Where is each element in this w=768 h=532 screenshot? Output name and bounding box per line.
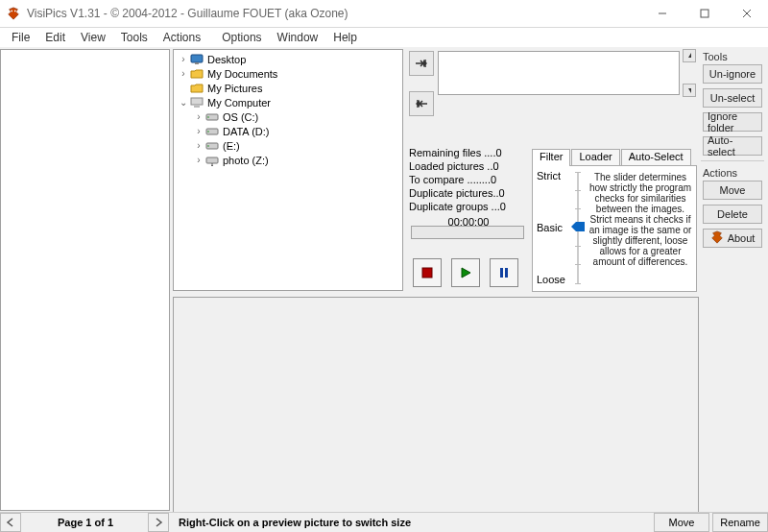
tree-item-label: Desktop: [207, 54, 246, 65]
tab-loader[interactable]: Loader: [571, 149, 619, 166]
svg-rect-19: [500, 268, 503, 278]
selected-folders-list[interactable]: [438, 51, 680, 95]
filter-basic-label: Basic: [537, 222, 569, 233]
svg-point-15: [207, 145, 209, 147]
maximize-button[interactable]: [684, 0, 726, 27]
computer-icon: [189, 96, 204, 109]
right-column: Tools Un-ignore Un-select Ignore folder …: [701, 49, 764, 511]
tree-item[interactable]: ⌄My Computer: [178, 95, 398, 109]
unselect-button[interactable]: Un-select: [703, 88, 762, 108]
stat-compare: To compare ........0: [409, 174, 528, 187]
prev-page-button[interactable]: [0, 513, 21, 532]
tree-expander-icon[interactable]: ›: [193, 111, 204, 122]
tree-item[interactable]: ›My Documents: [178, 66, 398, 81]
tree-item-label: OS (C:): [223, 111, 258, 123]
svg-point-1: [14, 11, 16, 12]
settings-tabstrip: Filter Loader Auto-Select: [532, 149, 695, 166]
svg-rect-20: [505, 268, 508, 278]
about-label: About: [728, 232, 756, 244]
menu-tools[interactable]: Tools: [113, 29, 156, 46]
statusbar-move-button[interactable]: Move: [654, 513, 709, 532]
add-folder-button[interactable]: [409, 51, 434, 76]
minimize-button[interactable]: [641, 0, 684, 27]
svg-rect-6: [191, 55, 203, 62]
tree-expander-icon[interactable]: ›: [178, 68, 189, 79]
tree-expander-icon[interactable]: ›: [193, 126, 204, 136]
tree-item-label: DATA (D:): [223, 126, 269, 137]
desktop-icon: [189, 53, 204, 66]
status-bar: Page 1 of 1 Right-Click on a preview pic…: [0, 512, 768, 532]
pause-button[interactable]: [490, 258, 518, 287]
move-button[interactable]: Move: [703, 181, 762, 200]
menu-bar: File Edit View Tools Actions Options Win…: [0, 28, 768, 48]
thumbnail-strip: [0, 49, 170, 511]
stop-button[interactable]: [413, 258, 442, 287]
menu-view[interactable]: View: [73, 29, 113, 46]
svg-point-11: [207, 116, 209, 118]
page-indicator: Page 1 of 1: [23, 517, 148, 528]
actions-heading: Actions: [703, 167, 764, 179]
filter-panel: Strict Basic Loose The slider determines…: [532, 165, 697, 292]
tree-item[interactable]: ›DATA (D:): [178, 124, 398, 138]
status-hint: Right-Click on a preview picture to swit…: [179, 517, 651, 528]
svg-rect-7: [195, 62, 199, 64]
svg-rect-3: [701, 10, 708, 17]
tab-autoselect[interactable]: Auto-Select: [621, 149, 691, 166]
filter-slider[interactable]: [571, 172, 585, 283]
menu-window[interactable]: Window: [270, 29, 326, 46]
tree-item-label: My Computer: [207, 97, 271, 109]
folder-icon: [189, 67, 204, 81]
filter-strict-label: Strict: [537, 170, 569, 181]
play-button[interactable]: [451, 258, 480, 287]
svg-point-17: [211, 165, 213, 166]
statusbar-rename-button[interactable]: Rename: [712, 513, 768, 532]
preview-area[interactable]: [173, 297, 699, 513]
tree-item[interactable]: My Pictures: [178, 81, 398, 95]
add-remove-arrows: [409, 51, 436, 143]
stat-dup-pictures: Duplicate pictures..0: [409, 187, 528, 201]
about-button[interactable]: About: [703, 229, 762, 248]
tree-item-label: My Documents: [207, 68, 277, 80]
disk-icon: [204, 139, 220, 153]
tree-item[interactable]: ›(E:): [178, 138, 398, 153]
list-move-down-button[interactable]: [683, 84, 696, 97]
stat-dup-groups: Duplicate groups ...0: [409, 201, 528, 214]
remove-folder-button[interactable]: [409, 91, 434, 116]
disk-icon: [204, 125, 220, 138]
title-bar: VisiPics V1.31 - © 2004-2012 - Guillaume…: [0, 0, 768, 28]
tree-item[interactable]: ›photo (Z:): [178, 153, 398, 167]
close-button[interactable]: [726, 0, 768, 27]
ignore-folder-button[interactable]: Ignore folder: [703, 112, 762, 132]
tree-expander-icon[interactable]: ⌄: [178, 97, 189, 108]
menu-actions[interactable]: Actions: [156, 29, 208, 46]
tree-item-label: photo (Z:): [223, 155, 269, 166]
tools-heading: Tools: [703, 51, 764, 62]
list-reorder-arrows: [683, 49, 696, 97]
tree-expander-icon[interactable]: ›: [193, 140, 204, 151]
next-page-button[interactable]: [148, 513, 169, 532]
svg-rect-16: [206, 157, 218, 163]
tab-filter[interactable]: Filter: [532, 149, 570, 166]
netdrive-icon: [204, 154, 220, 167]
window-title: VisiPics V1.31 - © 2004-2012 - Guillaume…: [27, 7, 641, 20]
tree-expander-icon[interactable]: ›: [178, 54, 189, 64]
list-move-up-button[interactable]: [683, 49, 696, 62]
tree-expander-icon[interactable]: ›: [193, 155, 204, 165]
unignore-button[interactable]: Un-ignore: [703, 64, 762, 84]
tree-item[interactable]: ›Desktop: [178, 52, 398, 66]
folder-icon: [189, 82, 204, 95]
menu-help[interactable]: Help: [325, 29, 365, 46]
filter-scale-labels: Strict Basic Loose: [537, 170, 569, 285]
svg-point-0: [11, 11, 12, 12]
tree-item-label: My Pictures: [207, 83, 262, 94]
menu-edit[interactable]: Edit: [37, 29, 73, 46]
menu-file[interactable]: File: [4, 29, 37, 46]
svg-rect-9: [194, 106, 200, 108]
menu-options[interactable]: Options: [214, 29, 269, 46]
tree-item[interactable]: ›OS (C:): [178, 109, 398, 124]
app-icon: [6, 6, 21, 21]
autoselect-button[interactable]: Auto-select: [703, 136, 762, 156]
filter-slider-thumb[interactable]: [571, 222, 585, 233]
delete-button[interactable]: Delete: [703, 205, 762, 224]
folder-tree[interactable]: ›Desktop›My DocumentsMy Pictures⌄My Comp…: [173, 49, 403, 291]
